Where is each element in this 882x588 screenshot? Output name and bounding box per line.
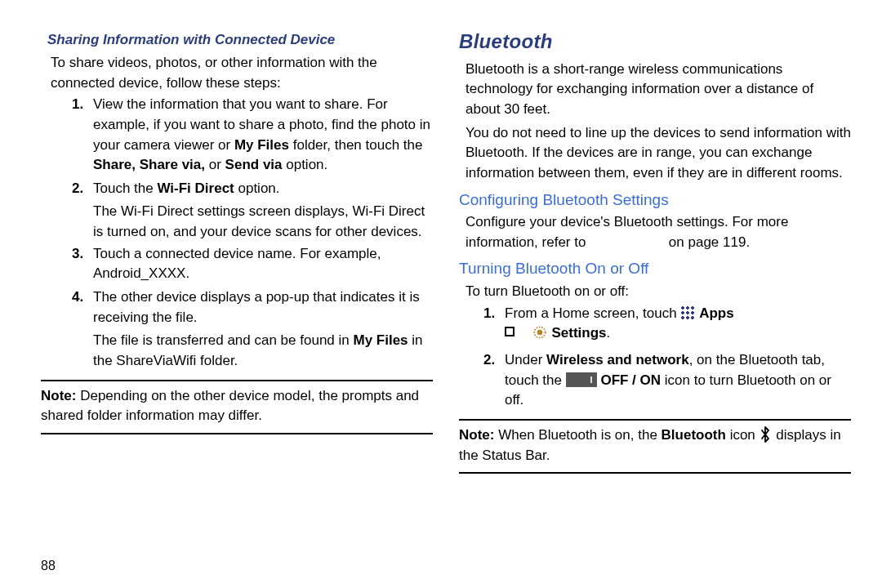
settings-label: Settings — [551, 325, 606, 341]
share-options: Share, Share via, — [93, 157, 205, 172]
text: or — [205, 157, 225, 172]
offon-label: OFF / ON — [600, 372, 661, 388]
bt-step-2: 2. Under Wireless and network, on the Bl… — [483, 350, 851, 411]
manual-page: Sharing Information with Connected Devic… — [0, 0, 882, 588]
step-number: 1. — [483, 304, 505, 347]
sendvia-option: Send via — [225, 157, 283, 172]
apps-label: Apps — [699, 305, 734, 321]
submenu-arrow-icon — [505, 327, 514, 336]
text: From a Home screen, touch — [505, 305, 680, 321]
toggle-intro: To turn Bluetooth on or off: — [466, 282, 851, 302]
apps-grid-icon — [680, 305, 695, 320]
wireless-network-inline: Wireless and network — [546, 352, 689, 368]
text: on page 119. — [665, 234, 750, 250]
step-2: 2. Touch the Wi-Fi Direct option. — [72, 179, 433, 199]
text: The file is transferred and can be found… — [93, 332, 353, 348]
text: folder, then touch the — [289, 137, 423, 153]
text: When Bluetooth is on, the — [494, 427, 661, 443]
svg-point-0 — [537, 331, 541, 335]
myfiles-inline: My Files — [234, 137, 289, 153]
step-body: Touch a connected device name. For examp… — [93, 244, 433, 284]
step-number: 3. — [72, 244, 93, 284]
bluetooth-status-icon — [760, 426, 773, 443]
note-rule-top — [41, 380, 433, 381]
sharing-intro: To share videos, photos, or other inform… — [51, 53, 433, 93]
step-body: From a Home screen, touch Apps Settings. — [505, 304, 851, 347]
step-2-cont: The Wi-Fi Direct settings screen display… — [93, 202, 433, 242]
text: Under — [505, 352, 546, 368]
text: option. — [283, 157, 328, 172]
step-4: 4. The other device displays a pop-up th… — [72, 287, 433, 327]
bt-intro-2: You do not need to line up the devices t… — [466, 123, 851, 184]
step-number: 2. — [483, 350, 505, 411]
step-body: Under Wireless and network, on the Bluet… — [505, 350, 851, 411]
note-label: Note: — [459, 427, 494, 443]
step-number: 1. — [72, 95, 93, 176]
step-body: The other device displays a pop-up that … — [93, 287, 433, 327]
step-4-cont: The file is transferred and can be found… — [93, 331, 433, 371]
bt-intro-1: Bluetooth is a short-range wireless comm… — [466, 60, 851, 120]
bluetooth-inline: Bluetooth — [662, 427, 726, 443]
config-body: Configure your device's Bluetooth settin… — [466, 212, 851, 252]
step-1: 1. View the information that you want to… — [72, 95, 433, 176]
settings-gear-icon — [532, 324, 548, 347]
period: . — [607, 325, 611, 341]
sharing-steps: 1. View the information that you want to… — [41, 95, 433, 371]
note-rule-bottom — [41, 433, 433, 434]
sharing-heading: Sharing Information with Connected Devic… — [47, 31, 433, 50]
step-3: 3. Touch a connected device name. For ex… — [72, 244, 433, 284]
text: Touch the — [93, 180, 157, 196]
note-rule-bottom-r — [459, 472, 851, 474]
bt-step-1: 1. From a Home screen, touch Apps Settin… — [483, 304, 851, 347]
note-left: Note: Depending on the other device mode… — [41, 386, 433, 426]
toggle-steps: 1. From a Home screen, touch Apps Settin… — [459, 304, 851, 411]
step-number: 2. — [72, 179, 93, 199]
note-label: Note: — [41, 388, 76, 403]
toggle-heading: Turning Bluetooth On or Off — [459, 257, 851, 280]
wifi-direct-inline: Wi-Fi Direct — [157, 180, 234, 196]
right-column: Bluetooth Bluetooth is a short-range wir… — [459, 28, 859, 588]
bluetooth-title: Bluetooth — [459, 28, 851, 56]
note-right: Note: When Bluetooth is on, the Bluetoot… — [459, 425, 851, 466]
note-rule-top-r — [459, 419, 851, 421]
step-number: 4. — [72, 287, 93, 327]
text: option. — [234, 180, 280, 196]
step-body: View the information that you want to sh… — [93, 95, 433, 176]
config-heading: Configuring Bluetooth Settings — [459, 189, 851, 212]
note-text: Depending on the other device model, the… — [41, 388, 419, 424]
text: icon — [726, 427, 760, 443]
page-number: 88 — [41, 556, 56, 575]
left-column: Sharing Information with Connected Devic… — [41, 28, 459, 588]
myfiles-inline: My Files — [353, 332, 408, 348]
off-on-toggle-icon — [566, 372, 597, 387]
step-body: Touch the Wi-Fi Direct option. — [93, 179, 433, 199]
